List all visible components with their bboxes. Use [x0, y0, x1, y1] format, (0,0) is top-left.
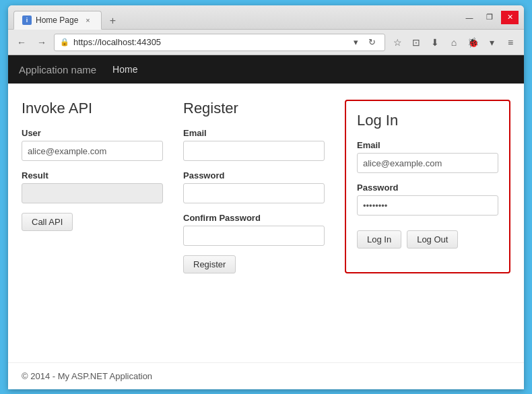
register-section: Register Email Password Confirm Password… [183, 100, 325, 273]
confirm-password-input[interactable] [183, 226, 325, 246]
browser-window: i Home Page × + — ❐ ✕ ← → 🔒 https://loca… [8, 5, 524, 389]
url-text: https://localhost:44305 [73, 37, 344, 47]
new-tab-button[interactable]: + [104, 13, 121, 29]
register-email-label: Email [183, 128, 325, 138]
address-bar: ← → 🔒 https://localhost:44305 ▾ ↻ ☆ ⊡ ⬇ … [8, 30, 524, 55]
url-dropdown-button[interactable]: ▾ [348, 35, 363, 50]
home-button[interactable]: ⌂ [446, 34, 462, 51]
minimize-button[interactable]: — [461, 11, 478, 24]
url-bar[interactable]: 🔒 https://localhost:44305 ▾ ↻ [54, 34, 385, 51]
register-email-input[interactable] [183, 141, 325, 161]
result-label: Result [22, 170, 163, 180]
refresh-button[interactable]: ↻ [364, 35, 379, 50]
login-password-label: Password [357, 183, 498, 193]
login-section: Log In Email Password Log In Log Out [345, 100, 510, 273]
footer-text: © 2014 - My ASP.NET Application [22, 371, 152, 381]
tab-close-button[interactable]: × [82, 15, 93, 26]
title-bar: i Home Page × + — ❐ ✕ [8, 5, 524, 30]
user-label: User [22, 128, 163, 138]
bookmark-star-button[interactable]: ☆ [389, 34, 405, 51]
register-password-input[interactable] [183, 183, 325, 203]
close-window-button[interactable]: ✕ [501, 11, 519, 24]
window-controls: — ❐ ✕ [461, 11, 519, 24]
login-title: Log In [357, 112, 498, 129]
tab-favicon: i [22, 15, 32, 25]
login-button[interactable]: Log In [357, 230, 401, 249]
login-email-input[interactable] [357, 153, 498, 173]
active-tab[interactable]: i Home Page × [13, 11, 102, 30]
login-email-label: Email [357, 140, 498, 150]
page-footer: © 2014 - My ASP.NET Application [8, 362, 524, 389]
register-button[interactable]: Register [183, 255, 236, 273]
lock-icon: 🔒 [60, 38, 69, 46]
sections-row: Invoke API User Result Call API Register… [22, 100, 510, 273]
invoke-api-title: Invoke API [22, 100, 163, 117]
nav-bar: Application name Home [8, 55, 524, 84]
call-api-button[interactable]: Call API [22, 213, 73, 231]
clipboard-button[interactable]: ⊡ [408, 34, 424, 51]
register-title: Register [183, 100, 325, 117]
extensions-button[interactable]: 🐞 [465, 34, 481, 51]
login-password-input[interactable] [357, 195, 498, 216]
menu-button[interactable]: ≡ [502, 34, 519, 51]
user-input[interactable] [22, 141, 163, 161]
confirm-password-label: Confirm Password [183, 213, 325, 223]
nav-home-link[interactable]: Home [110, 57, 140, 81]
result-input [22, 183, 163, 203]
register-password-label: Password [183, 170, 325, 180]
invoke-api-section: Invoke API User Result Call API [22, 100, 163, 273]
download-button[interactable]: ⬇ [427, 34, 443, 51]
toolbar-icons: ☆ ⊡ ⬇ ⌂ 🐞 ▾ ≡ [389, 34, 519, 51]
app-name: Application name [19, 64, 96, 75]
tab-area: i Home Page × + [13, 5, 461, 29]
logout-button[interactable]: Log Out [407, 230, 458, 249]
forward-button[interactable]: → [34, 34, 50, 51]
url-actions: ▾ ↻ [348, 35, 379, 50]
restore-button[interactable]: ❐ [481, 11, 498, 24]
back-button[interactable]: ← [13, 34, 30, 51]
extensions-dropdown[interactable]: ▾ [484, 34, 500, 51]
page-content: Invoke API User Result Call API Register… [8, 84, 524, 362]
tab-title: Home Page [36, 15, 78, 25]
